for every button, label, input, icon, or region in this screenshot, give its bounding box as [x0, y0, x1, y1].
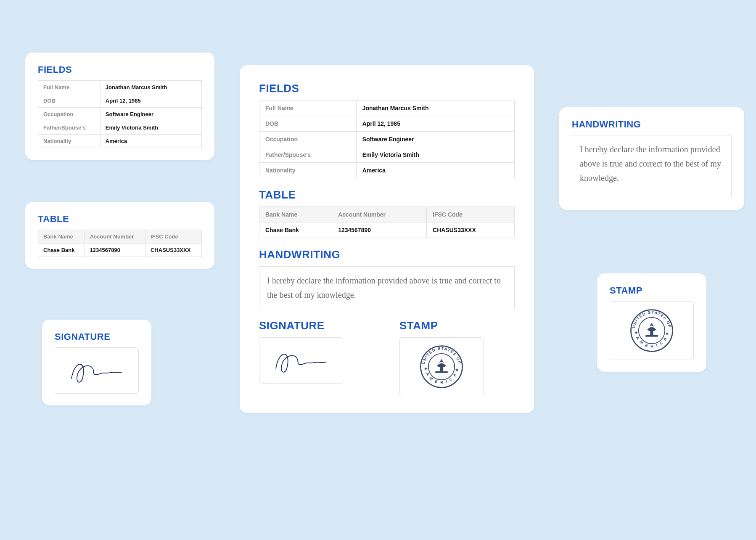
- table-cell: Chase Bank: [38, 244, 85, 257]
- signature-card-small: SIGNATURE: [42, 320, 151, 405]
- fields-heading: FIELDS: [38, 64, 202, 75]
- table-header-cell: IFSC Code: [145, 230, 202, 244]
- fields-row: Father/Spouse'sEmily Victoria Smith: [38, 121, 202, 135]
- fields-row: OccupationSoftware Engineer: [259, 132, 515, 147]
- table-heading-center: TABLE: [259, 188, 515, 201]
- fields-row: DOBApril 12, 1985: [38, 94, 202, 108]
- field-value: Jonathan Marcus Smith: [356, 101, 514, 116]
- table-cell: 1234567890: [85, 244, 145, 257]
- fields-row: NationalityAmerica: [38, 135, 202, 148]
- field-value: America: [356, 163, 514, 178]
- table-header-cell: Bank Name: [38, 230, 85, 244]
- svg-rect-4: [440, 366, 443, 371]
- field-label: Full Name: [259, 101, 357, 116]
- field-label: Occupation: [38, 108, 100, 121]
- fields-row: NationalityAmerica: [259, 163, 515, 178]
- signature-icon: [65, 356, 128, 385]
- table-header-cell: Account Number: [85, 230, 145, 244]
- fields-row: OccupationSoftware Engineer: [38, 108, 202, 121]
- field-label: Occupation: [259, 132, 357, 147]
- stamp-heading: STAMP: [610, 285, 694, 296]
- seal-icon: UNITED STATES OF ★ A M E R I C A ★: [418, 344, 465, 390]
- field-value: Software Engineer: [100, 108, 201, 121]
- data-table-header-row-small: Bank NameAccount NumberIFSC Code: [38, 230, 202, 244]
- table-header-cell: IFSC Code: [427, 207, 515, 222]
- table-cell: CHASUS33XXX: [145, 244, 202, 257]
- field-value: April 12, 1985: [100, 94, 201, 108]
- stamp-card-small: STAMP UNITED STATES OF ★ A M E R I C A ★: [597, 273, 706, 372]
- fields-tbody-small: Full NameJonathan Marcus SmithDOBApril 1…: [38, 81, 202, 148]
- field-label: Full Name: [38, 81, 100, 94]
- field-value: April 12, 1985: [356, 116, 514, 132]
- field-value: Emily Victoria Smith: [100, 121, 201, 135]
- field-value: Jonathan Marcus Smith: [100, 81, 201, 94]
- handwriting-heading: HANDWRITING: [572, 119, 732, 130]
- field-label: Father/Spouse's: [38, 121, 100, 135]
- field-label: Nationality: [259, 163, 357, 178]
- field-label: DOB: [38, 94, 100, 108]
- table-cell: Chase Bank: [259, 222, 332, 238]
- data-table-body-center: Chase Bank1234567890CHASUS33XXX: [259, 222, 515, 238]
- stamp-heading-center: STAMP: [399, 319, 515, 332]
- table-row: Chase Bank1234567890CHASUS33XXX: [38, 244, 202, 257]
- svg-text:UNITED STATES OF: UNITED STATES OF: [632, 310, 672, 329]
- handwriting-heading-center: HANDWRITING: [259, 248, 515, 261]
- signature-heading: SIGNATURE: [55, 331, 139, 342]
- field-value: Emily Victoria Smith: [356, 147, 514, 163]
- signature-icon: [270, 346, 333, 375]
- field-value: America: [100, 135, 201, 148]
- fields-heading-center: FIELDS: [259, 82, 515, 95]
- stamp-box-center: UNITED STATES OF ★ A M E R I C A ★: [399, 337, 484, 396]
- signature-heading-center: SIGNATURE: [259, 319, 374, 332]
- table-card-small: TABLE Bank NameAccount NumberIFSC Code C…: [25, 202, 214, 269]
- handwriting-card-small: HANDWRITING I hereby declare the informa…: [559, 107, 744, 210]
- signature-section-center: SIGNATURE: [259, 319, 374, 396]
- document-card-center: FIELDS Full NameJonathan Marcus SmithDOB…: [240, 65, 534, 413]
- svg-rect-9: [650, 330, 653, 335]
- field-label: Father/Spouse's: [259, 147, 357, 163]
- field-label: Nationality: [38, 135, 100, 148]
- table-cell: CHASUS33XXX: [427, 222, 515, 238]
- fields-row: DOBApril 12, 1985: [259, 116, 515, 132]
- data-table-small: Bank NameAccount NumberIFSC Code Chase B…: [38, 230, 202, 257]
- seal-icon: UNITED STATES OF ★ A M E R I C A ★: [629, 307, 675, 354]
- field-value: Software Engineer: [356, 132, 514, 147]
- signature-box: [55, 347, 139, 394]
- fields-table-center: Full NameJonathan Marcus SmithDOBApril 1…: [259, 100, 515, 178]
- table-header-cell: Account Number: [332, 207, 427, 222]
- table-cell: 1234567890: [332, 222, 427, 238]
- fields-table: Full NameJonathan Marcus SmithDOBApril 1…: [38, 80, 202, 148]
- stamp-section-center: STAMP UNITED STATES OF ★ A M E: [399, 319, 515, 396]
- field-label: DOB: [259, 116, 357, 132]
- fields-row: Full NameJonathan Marcus Smith: [259, 101, 515, 116]
- table-row: Chase Bank1234567890CHASUS33XXX: [259, 222, 515, 238]
- handwriting-box-small: I hereby declare the information provide…: [572, 135, 732, 198]
- data-table-header-row-center: Bank NameAccount NumberIFSC Code: [259, 207, 515, 222]
- svg-text:UNITED STATES OF: UNITED STATES OF: [421, 347, 462, 365]
- table-header-cell: Bank Name: [259, 207, 332, 222]
- fields-tbody-center: Full NameJonathan Marcus SmithDOBApril 1…: [259, 101, 515, 178]
- signature-box-center: [259, 337, 343, 384]
- data-table-body-small: Chase Bank1234567890CHASUS33XXX: [38, 244, 202, 257]
- handwriting-box-center: I hereby declare the information provide…: [259, 266, 515, 309]
- data-table-center: Bank NameAccount NumberIFSC Code Chase B…: [259, 206, 515, 238]
- fields-card-small: FIELDS Full NameJonathan Marcus SmithDOB…: [25, 53, 214, 160]
- fields-row: Full NameJonathan Marcus Smith: [38, 81, 202, 94]
- stamp-box-small: UNITED STATES OF ★ A M E R I C A ★: [610, 301, 694, 360]
- table-heading: TABLE: [38, 214, 202, 225]
- fields-row: Father/Spouse'sEmily Victoria Smith: [259, 147, 515, 163]
